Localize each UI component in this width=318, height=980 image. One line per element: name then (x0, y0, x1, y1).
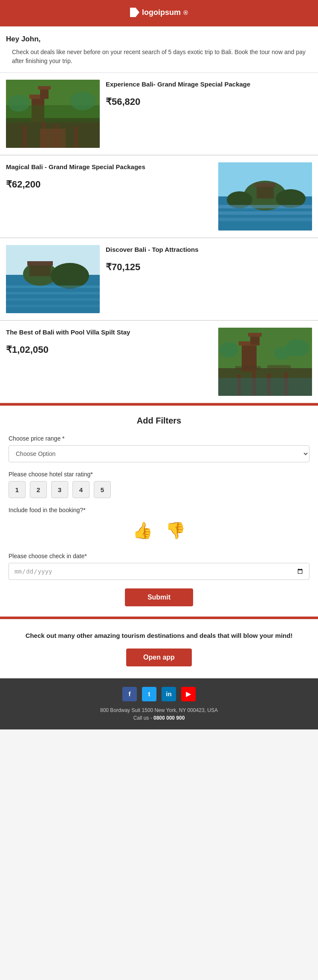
tour-card-inner-1: Experience Bali- Grand Mirage Special Pa… (6, 80, 312, 148)
svg-rect-33 (6, 305, 100, 307)
footer-phone: Call us - 0800 000 900 (9, 715, 309, 721)
tour-price-2: ₹62,200 (6, 179, 212, 190)
tour-image-1 (6, 80, 100, 148)
tour-info-2: Magical Bali - Grand Mirage Special Pack… (6, 162, 212, 190)
star-btn-3[interactable]: 3 (51, 481, 68, 498)
svg-rect-31 (6, 292, 100, 294)
svg-rect-19 (257, 186, 274, 199)
youtube-label: ▶ (186, 690, 191, 698)
facebook-icon[interactable]: f (122, 687, 137, 701)
checkin-date-input[interactable] (9, 563, 309, 580)
thumbs-up-icon: 👍 (133, 522, 153, 539)
svg-rect-38 (250, 335, 260, 345)
svg-rect-21 (218, 205, 312, 208)
footer-phone-number: 0800 000 900 (153, 715, 185, 721)
tour-image-4 (218, 328, 312, 396)
tour-card-3: Discover Bali - Top Attractions ₹70,125 (0, 238, 318, 320)
svg-rect-22 (218, 211, 312, 215)
logo-superscript: ® (183, 9, 188, 16)
tour-card-inner-4: The Best of Bali with Pool Villa Spilt S… (6, 328, 312, 396)
thumbs-down-icon: 👎 (165, 522, 185, 539)
svg-rect-13 (40, 129, 66, 148)
star-btn-4[interactable]: 4 (72, 481, 90, 498)
tour-card-inner-2: Magical Bali - Grand Mirage Special Pack… (6, 162, 312, 231)
submit-button[interactable]: Submit (125, 588, 193, 606)
facebook-label: f (129, 690, 131, 698)
star-btn-2[interactable]: 2 (30, 481, 47, 498)
cta-section: Check out many other amazing tourism des… (0, 619, 318, 678)
linkedin-label: in (166, 690, 171, 698)
filters-title: Add Filters (9, 416, 309, 426)
svg-rect-49 (218, 378, 312, 396)
social-icons: f t in ▶ (9, 687, 309, 701)
footer-phone-label: Call us - (133, 715, 153, 721)
twitter-icon[interactable]: t (142, 687, 156, 701)
greeting-section: Hey John, Check out deals like never bef… (0, 26, 318, 72)
tour-card-4: The Best of Bali with Pool Villa Spilt S… (0, 321, 318, 403)
tour-image-3 (6, 245, 100, 313)
price-range-select[interactable]: Choose Option ₹50,000 - ₹70,000 ₹70,000 … (9, 445, 309, 462)
svg-rect-12 (74, 127, 78, 148)
header: logoipsum® (0, 0, 318, 26)
tour-title-2: Magical Bali - Grand Mirage Special Pack… (6, 162, 212, 171)
checkin-date-label: Please choose check in date* (9, 553, 309, 559)
price-range-group: Choose price range * Choose Option ₹50,0… (9, 435, 309, 462)
cta-text: Check out many other amazing tourism des… (9, 631, 309, 641)
tour-card-1: Experience Bali- Grand Mirage Special Pa… (0, 73, 318, 155)
tour-image-2 (218, 162, 312, 231)
tour-title-3: Discover Bali - Top Attractions (106, 245, 312, 254)
svg-rect-32 (6, 298, 100, 301)
filters-section: Add Filters Choose price range * Choose … (0, 406, 318, 617)
svg-rect-23 (218, 218, 312, 221)
svg-point-8 (70, 92, 95, 110)
svg-rect-5 (38, 86, 51, 89)
logo-text: logoipsum (142, 8, 181, 17)
thumb-group: 👍 👎 (9, 517, 309, 544)
svg-rect-20 (254, 183, 276, 187)
thumbs-up-button[interactable]: 👍 (133, 521, 153, 540)
footer: f t in ▶ 800 Bordway Suit 1500 New York,… (0, 678, 318, 729)
tour-info-1: Experience Bali- Grand Mirage Special Pa… (106, 80, 312, 107)
svg-point-7 (8, 95, 29, 112)
tour-card-2: Magical Bali - Grand Mirage Special Pack… (0, 156, 318, 238)
tour-info-4: The Best of Bali with Pool Villa Spilt S… (6, 328, 212, 355)
tour-list: Experience Bali- Grand Mirage Special Pa… (0, 73, 318, 403)
svg-point-27 (51, 263, 89, 288)
greeting-salutation: Hey John, (6, 35, 309, 43)
food-group: Include food in the booking?* 👍 👎 (9, 507, 309, 544)
star-btn-1[interactable]: 1 (9, 481, 26, 498)
youtube-icon[interactable]: ▶ (181, 687, 196, 701)
greeting-message: Check out deals like never before on you… (6, 48, 309, 66)
star-rating-group: Please choose hotel star rating* 1 2 3 4… (9, 471, 309, 498)
tour-card-inner-3: Discover Bali - Top Attractions ₹70,125 (6, 245, 312, 313)
star-rating-label: Please choose hotel star rating* (9, 471, 309, 478)
svg-rect-39 (248, 333, 262, 337)
logo: logoipsum® (130, 8, 188, 17)
star-rating-buttons: 1 2 3 4 5 (9, 481, 309, 498)
tour-price-4: ₹1,02,050 (6, 344, 212, 355)
food-label: Include food in the booking?* (9, 507, 309, 513)
svg-rect-48 (267, 365, 291, 369)
logo-icon (130, 8, 139, 17)
svg-point-42 (274, 347, 291, 360)
price-range-label: Choose price range * (9, 435, 309, 442)
star-btn-5[interactable]: 5 (94, 481, 111, 498)
thumbs-down-button[interactable]: 👎 (165, 521, 185, 540)
svg-rect-11 (23, 126, 26, 148)
svg-rect-28 (29, 264, 51, 276)
svg-rect-47 (235, 366, 261, 369)
tour-price-1: ₹56,820 (106, 96, 312, 107)
linkedin-icon[interactable]: in (162, 687, 176, 701)
tour-price-3: ₹70,125 (106, 262, 312, 273)
svg-rect-30 (6, 285, 100, 288)
svg-rect-4 (40, 88, 49, 99)
tour-info-3: Discover Bali - Top Attractions ₹70,125 (106, 245, 312, 273)
open-app-button[interactable]: Open app (126, 649, 192, 666)
tour-title-1: Experience Bali- Grand Mirage Special Pa… (106, 80, 312, 89)
twitter-label: t (148, 690, 150, 698)
tour-title-4: The Best of Bali with Pool Villa Spilt S… (6, 328, 212, 337)
checkin-date-group: Please choose check in date* (9, 553, 309, 580)
svg-rect-29 (27, 261, 53, 265)
svg-point-40 (220, 342, 238, 357)
footer-address: 800 Bordway Suit 1500 New York, NY 00042… (9, 707, 309, 713)
